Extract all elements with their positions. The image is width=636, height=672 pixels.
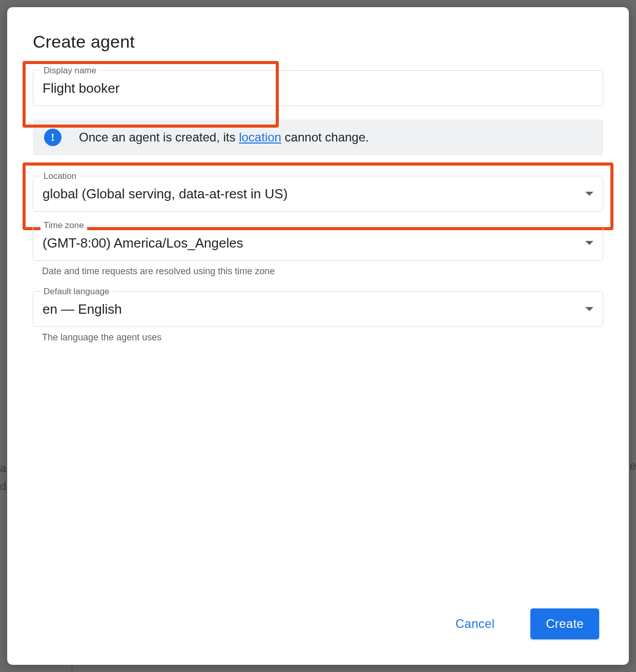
default-language-field[interactable]: Default language en — English bbox=[33, 291, 603, 327]
dialog-actions: Cancel Create bbox=[33, 608, 603, 639]
location-info-banner: ! Once an agent is created, its location… bbox=[33, 119, 603, 155]
chevron-down-icon bbox=[585, 307, 593, 311]
background-obscured-text-left: ad bbox=[0, 459, 6, 495]
background-obscured-text-right: e bbox=[630, 459, 636, 473]
info-text-before: Once an agent is created, its bbox=[79, 130, 239, 144]
timezone-label: Time zone bbox=[40, 220, 87, 231]
location-field[interactable]: Location global (Global serving, data-at… bbox=[33, 176, 603, 212]
location-docs-link[interactable]: location bbox=[239, 130, 281, 144]
default-language-field-block: Default language en — English The langua… bbox=[33, 291, 603, 343]
display-name-input[interactable] bbox=[43, 80, 593, 96]
display-name-field[interactable]: Display name bbox=[33, 70, 603, 106]
cancel-button[interactable]: Cancel bbox=[440, 608, 510, 639]
dialog-title: Create agent bbox=[33, 32, 603, 52]
default-language-select-value[interactable]: en — English bbox=[43, 301, 585, 317]
chevron-down-icon bbox=[585, 241, 593, 245]
location-field-block: Location global (Global serving, data-at… bbox=[33, 176, 603, 212]
info-icon: ! bbox=[44, 129, 61, 146]
default-language-helper: The language the agent uses bbox=[42, 332, 603, 343]
display-name-label: Display name bbox=[40, 66, 99, 76]
create-agent-dialog: Create agent Display name ! Once an agen… bbox=[7, 7, 629, 665]
timezone-helper: Date and time requests are resolved usin… bbox=[42, 266, 603, 277]
location-select-value[interactable]: global (Global serving, data-at-rest in … bbox=[43, 186, 585, 202]
default-language-label: Default language bbox=[40, 287, 113, 297]
chevron-down-icon bbox=[585, 192, 593, 196]
info-text: Once an agent is created, its location c… bbox=[79, 130, 369, 145]
timezone-field-block: Time zone (GMT-8:00) America/Los_Angeles… bbox=[33, 225, 603, 277]
display-name-field-block: Display name bbox=[33, 70, 603, 106]
info-text-after: cannot change. bbox=[281, 130, 369, 144]
location-label: Location bbox=[40, 171, 79, 181]
create-button[interactable]: Create bbox=[530, 608, 599, 639]
timezone-field[interactable]: Time zone (GMT-8:00) America/Los_Angeles bbox=[33, 225, 603, 261]
timezone-select-value[interactable]: (GMT-8:00) America/Los_Angeles bbox=[43, 235, 585, 251]
